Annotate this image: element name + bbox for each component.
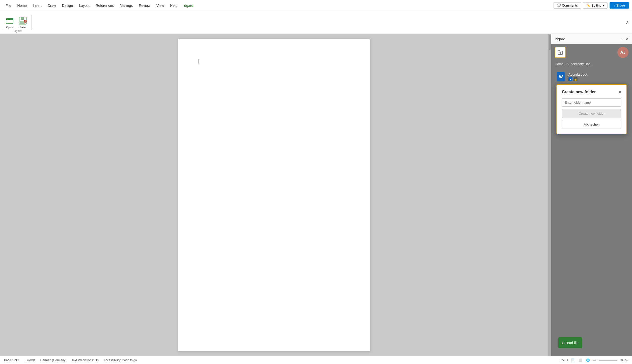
page-info: Page 1 of 1 — [4, 358, 19, 362]
menu-item-mailings[interactable]: Mailings — [117, 3, 135, 9]
menu-item-file[interactable]: File — [3, 3, 14, 9]
panel-header-icons: ⌄ × — [620, 36, 628, 42]
ribbon-content: Open Save idgard — [3, 13, 34, 32]
comments-button[interactable]: 💬 Comments — [554, 2, 581, 9]
upload-file-button[interactable]: Upload file — [558, 337, 582, 348]
status-bar: Page 1 of 1 0 words German (Germany) Tex… — [0, 356, 632, 364]
save-button[interactable]: Save — [16, 15, 29, 30]
file-badge-type: ● — [568, 77, 572, 81]
save-icon — [18, 16, 27, 25]
breadcrumb-home[interactable]: Home — [555, 62, 564, 66]
menu-item-layout[interactable]: Layout — [76, 3, 92, 9]
user-avatar[interactable]: AJ — [617, 47, 628, 58]
editing-label: Editing — [591, 4, 601, 7]
idgard-panel-title: idgard — [555, 37, 565, 41]
focus-label[interactable]: Focus — [560, 358, 568, 362]
share-button[interactable]: ↑ Share — [610, 2, 629, 9]
dialog-close-button[interactable]: × — [619, 90, 621, 94]
comments-label: Comments — [562, 4, 578, 7]
document-area[interactable] — [0, 34, 548, 356]
list-item[interactable]: W Agenda.docx ● 🔒 — [554, 70, 629, 84]
menu-item-view[interactable]: View — [154, 3, 167, 9]
web-layout-icon[interactable]: 🌐 — [586, 358, 591, 363]
ribbon-group-label: idgard — [3, 29, 33, 33]
accessibility[interactable]: Accessibility: Good to go — [104, 358, 137, 362]
file-name: Agenda.docx — [568, 73, 627, 76]
dialog-title: Create new folder — [562, 90, 596, 94]
menu-item-idgard[interactable]: idgard — [181, 3, 196, 9]
svg-rect-2 — [21, 17, 24, 20]
pencil-icon: ✏️ — [586, 4, 590, 7]
menu-item-draw[interactable]: Draw — [45, 3, 59, 9]
comment-icon: 💬 — [557, 4, 561, 7]
breadcrumb-current: Supervisory Boa... — [566, 62, 593, 66]
idgard-panel-toolbar: AJ — [551, 44, 632, 60]
read-mode-icon[interactable]: 📄 — [570, 358, 575, 363]
ribbon: Open Save idgard ∧ — [0, 11, 632, 34]
main-layout: idgard ⌄ × AJ Home › Supervisory Boa... — [0, 34, 632, 356]
save-label: Save — [19, 26, 26, 29]
idgard-panel-header: idgard ⌄ × — [551, 34, 632, 44]
open-label: Open — [6, 26, 13, 29]
svg-text:W: W — [559, 75, 563, 79]
zoom-slider[interactable]: —————— — [599, 358, 617, 362]
document-page[interactable] — [178, 39, 370, 351]
dialog-header: Create new folder × — [562, 90, 621, 94]
new-folder-icon — [557, 49, 563, 55]
editing-button[interactable]: ✏️ Editing ▾ — [583, 2, 608, 9]
create-folder-dialog: Create new folder × Create new folder Ab… — [556, 84, 627, 134]
vertical-scrollbar[interactable] — [548, 34, 551, 356]
menu-item-review[interactable]: Review — [136, 3, 153, 9]
menu-item-insert[interactable]: Insert — [30, 3, 44, 9]
menu-bar: File Home Insert Draw Design Layout Refe… — [0, 0, 632, 11]
text-cursor — [199, 59, 199, 64]
dialog-create-folder-button[interactable]: Create new folder — [562, 109, 621, 118]
open-icon — [5, 16, 14, 25]
status-bar-left: Page 1 of 1 0 words German (Germany) Tex… — [4, 358, 137, 362]
breadcrumb-separator: › — [565, 63, 566, 66]
menu-bar-right: 💬 Comments ✏️ Editing ▾ ↑ Share — [554, 2, 629, 9]
menu-item-help[interactable]: Help — [168, 3, 180, 9]
zoom-level: 100 % — [619, 358, 628, 362]
scrollbar-thumb[interactable] — [549, 35, 551, 50]
text-predictions[interactable]: Text Predictions: On — [71, 358, 98, 362]
breadcrumb: Home › Supervisory Boa... — [551, 60, 632, 67]
menu-item-home[interactable]: Home — [15, 3, 29, 9]
chevron-down-icon: ▾ — [602, 4, 604, 7]
ribbon-collapse-button[interactable]: ∧ — [626, 20, 629, 25]
folder-name-input[interactable] — [562, 98, 621, 107]
share-label: Share — [616, 4, 625, 7]
file-word-icon: W — [556, 72, 566, 82]
ribbon-divider — [31, 15, 32, 30]
panel-close-icon[interactable]: × — [626, 36, 628, 42]
menu-item-references[interactable]: References — [93, 3, 116, 9]
file-badge-lock: 🔒 — [573, 77, 578, 81]
print-layout-icon[interactable]: ⬜ — [578, 358, 583, 363]
menu-items: File Home Insert Draw Design Layout Refe… — [3, 3, 554, 9]
language[interactable]: German (Germany) — [40, 358, 66, 362]
idgard-panel: idgard ⌄ × AJ Home › Supervisory Boa... — [551, 34, 632, 356]
panel-popout-icon[interactable]: ⌄ — [620, 37, 623, 41]
file-info: Agenda.docx ● 🔒 — [568, 73, 627, 81]
status-bar-right: Focus 📄 ⬜ 🌐 — —————— 100 % — [560, 358, 628, 363]
upload-area: Upload file — [551, 332, 632, 356]
file-badges: ● 🔒 — [568, 77, 627, 81]
menu-item-design[interactable]: Design — [60, 3, 76, 9]
share-icon: ↑ — [614, 4, 615, 7]
new-folder-button[interactable] — [555, 47, 566, 58]
word-count: 0 words — [24, 358, 35, 362]
zoom-control[interactable]: — — [593, 358, 596, 362]
dialog-cancel-button[interactable]: Abbrechen — [562, 120, 621, 129]
open-button[interactable]: Open — [3, 15, 16, 30]
create-folder-overlay: Create new folder × Create new folder Ab… — [551, 84, 632, 134]
